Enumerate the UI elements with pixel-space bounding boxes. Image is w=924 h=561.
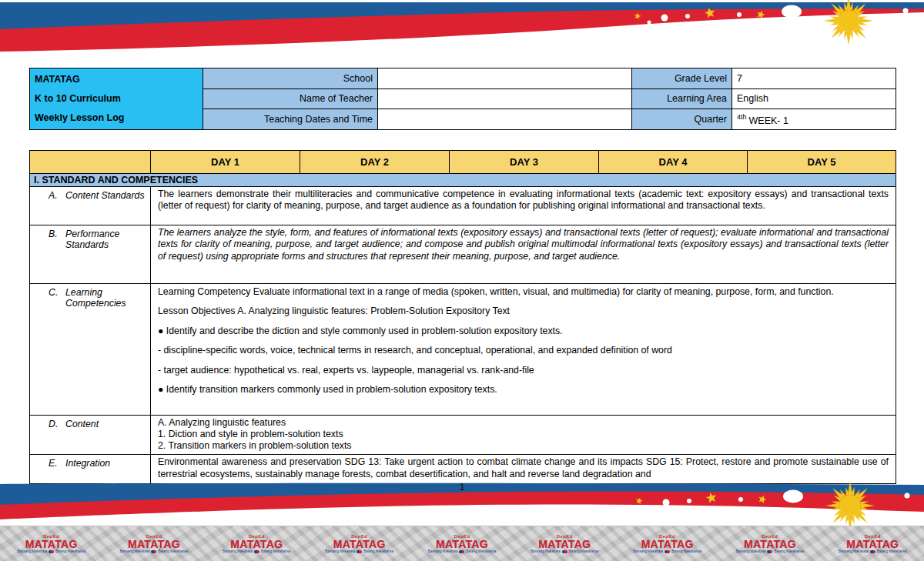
integration-label: E. Integration <box>30 455 151 484</box>
teacher-label: Name of Teacher <box>203 88 378 109</box>
tagline-left: Bansang Makabata <box>325 550 355 554</box>
brand-line-2: K to 10 Curriculum <box>35 89 198 109</box>
tagline-left: Bansang Makabata <box>531 550 561 554</box>
footer-logo-strip: DepEd MATATAG Bansang Makabata Batang Ma… <box>0 526 924 561</box>
tagline-left: Bansang Makabata <box>428 550 458 554</box>
flag-icon <box>357 550 362 553</box>
content-standards-label: A. Content Standards <box>30 187 151 225</box>
performance-standards-label: B. Performance Standards <box>30 225 151 284</box>
matatag-wordmark: MATATAG <box>317 539 402 549</box>
quarter-week-ordinal: 4th <box>737 113 747 121</box>
content-row-label: D. Content <box>30 416 151 455</box>
learning-competencies-label: C. Learning Competencies <box>30 284 151 416</box>
dates-label: Teaching Dates and Time <box>203 109 378 130</box>
flag-icon <box>562 550 567 553</box>
learning-competencies-text: Learning Competency Evaluate information… <box>151 284 896 416</box>
matatag-wordmark: MATATAG <box>830 539 915 549</box>
row-letter: E. <box>49 458 61 469</box>
flag-icon <box>767 550 772 553</box>
matatag-logo: DepEd MATATAG Bansang Makabata Batang Ma… <box>728 534 812 554</box>
day-2-header: DAY 2 <box>300 151 450 174</box>
top-flag-banner <box>0 0 924 62</box>
teacher-value <box>378 88 632 109</box>
flag-icon <box>49 550 54 553</box>
tagline-right: Batang Makabansa <box>55 550 85 554</box>
content-line-2: 1. Diction and style in problem-solution… <box>158 429 889 440</box>
matatag-logo: DepEd MATATAG Bansang Makabata Batang Ma… <box>317 534 402 554</box>
section-title: I. STANDARD AND COMPETENCIES <box>30 174 896 187</box>
tagline-left: Bansang Makabata <box>736 550 766 554</box>
quarter-label: Quarter <box>632 109 732 130</box>
row-letter: B. <box>49 229 61 250</box>
tagline-left: Bansang Makabata <box>223 550 253 554</box>
school-label: School <box>203 68 378 89</box>
row-label-text: Performance Standards <box>65 229 147 250</box>
logo-tagline: Bansang Makabata Batang Makabansa <box>728 550 812 554</box>
matatag-logo: DepEd MATATAG Bansang Makabata Batang Ma… <box>625 534 710 554</box>
objective-bullet-1: ● Identify and describe the diction and … <box>158 326 889 337</box>
row-label-text: Learning Competencies <box>65 287 147 309</box>
content-line-1: A. Analyzing linguistic features <box>158 417 889 429</box>
performance-standards-text: The learners analyze the style, form, an… <box>151 225 896 284</box>
school-value <box>378 68 632 89</box>
flag-icon <box>665 550 670 553</box>
objective-detail-2: - target audience: hypothetical vs. real… <box>158 365 889 376</box>
tagline-right: Batang Makabansa <box>261 550 291 554</box>
matatag-brand-cell: MATATAG K to 10 Curriculum Weekly Lesson… <box>30 68 203 130</box>
tagline-right: Batang Makabansa <box>671 550 701 554</box>
learning-area-value: English <box>732 88 896 109</box>
content-row-text: A. Analyzing linguistic features 1. Dict… <box>151 416 896 455</box>
lesson-objectives-paragraph: Lesson Objectives A. Analyzing linguisti… <box>158 306 889 317</box>
matatag-wordmark: MATATAG <box>214 539 299 549</box>
day-3-header: DAY 3 <box>450 151 599 174</box>
matatag-wordmark: MATATAG <box>728 539 812 549</box>
tagline-left: Bansang Makabata <box>633 550 663 554</box>
logo-tagline: Bansang Makabata Batang Makabansa <box>112 550 196 554</box>
matatag-logo: DepEd MATATAG Bansang Makabata Batang Ma… <box>522 534 607 554</box>
grade-level-value: 7 <box>732 68 896 89</box>
quarter-week-text: WEEK- 1 <box>749 115 788 126</box>
matatag-logo: DepEd MATATAG Bansang Makabata Batang Ma… <box>420 534 504 554</box>
grade-level-label: Grade Level <box>632 68 732 89</box>
tagline-right: Batang Makabansa <box>158 550 188 554</box>
flag-icon <box>151 550 156 553</box>
brand-line-3: Weekly Lesson Log <box>35 109 198 128</box>
matatag-logo: DepEd MATATAG Bansang Makabata Batang Ma… <box>830 534 915 554</box>
tagline-right: Batang Makabansa <box>363 550 393 554</box>
logo-tagline: Bansang Makabata Batang Makabansa <box>830 550 915 554</box>
logo-tagline: Bansang Makabata Batang Makabansa <box>420 550 504 554</box>
matatag-wordmark: MATATAG <box>112 539 196 549</box>
objective-detail-1: - discipline-specific words, voice, tech… <box>158 345 889 356</box>
matatag-logo: DepEd MATATAG Bansang Makabata Batang Ma… <box>214 534 299 554</box>
quarter-value: 4thWEEK- 1 <box>732 109 896 130</box>
day-5-header: DAY 5 <box>748 151 896 174</box>
tagline-right: Batang Makabansa <box>569 550 599 554</box>
header-info-table: MATATAG K to 10 Curriculum Weekly Lesson… <box>29 68 896 130</box>
tagline-right: Batang Makabansa <box>466 550 496 554</box>
matatag-wordmark: MATATAG <box>522 539 607 549</box>
logo-tagline: Bansang Makabata Batang Makabansa <box>625 550 710 554</box>
matatag-logo: DepEd MATATAG Bansang Makabata Batang Ma… <box>9 534 94 554</box>
day-4-header: DAY 4 <box>599 151 748 174</box>
row-label-text: Content Standards <box>65 190 145 201</box>
tagline-right: Batang Makabansa <box>774 550 804 554</box>
row-label-text: Integration <box>65 458 110 469</box>
row-letter: D. <box>49 419 61 429</box>
integration-text: Environmental awareness and preservation… <box>151 455 896 484</box>
logo-tagline: Bansang Makabata Batang Makabansa <box>9 550 94 554</box>
tagline-left: Bansang Makabata <box>839 550 869 554</box>
content-line-3: 2. Transition markers in problem-solutio… <box>158 440 889 452</box>
logo-tagline: Bansang Makabata Batang Makabansa <box>214 550 299 554</box>
tagline-right: Batang Makabansa <box>877 550 907 554</box>
matatag-wordmark: MATATAG <box>625 539 710 549</box>
page-number: 1 <box>0 481 924 493</box>
brand-line-1: MATATAG <box>35 70 198 89</box>
learning-competency-paragraph: Learning Competency Evaluate information… <box>158 286 889 298</box>
objective-bullet-2: ● Identify transition markers commonly u… <box>158 384 889 396</box>
dates-value <box>378 109 632 130</box>
day-1-header: DAY 1 <box>151 151 300 174</box>
flag-icon <box>870 550 875 553</box>
matatag-wordmark: MATATAG <box>420 539 504 549</box>
tagline-left: Bansang Makabata <box>17 550 47 554</box>
row-letter: A. <box>49 190 61 201</box>
